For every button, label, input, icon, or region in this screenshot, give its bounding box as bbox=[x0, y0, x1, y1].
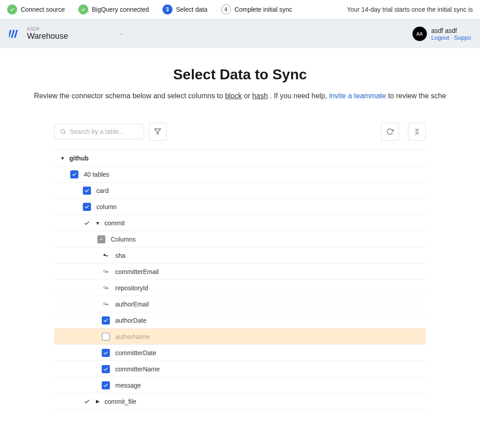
checkbox[interactable] bbox=[102, 316, 110, 325]
column-label: committerDate bbox=[115, 349, 156, 357]
foreign-key-icon bbox=[102, 285, 110, 291]
table-label: commit bbox=[104, 219, 125, 227]
columns-label: Columns bbox=[111, 236, 136, 243]
checkbox[interactable] bbox=[102, 333, 110, 341]
foreign-key-icon bbox=[102, 269, 110, 275]
user-block: AA asdf asdf Logout · Suppo bbox=[412, 27, 471, 41]
column-row-committeremail[interactable]: committerEmail bbox=[54, 264, 426, 280]
column-label: repositoryId bbox=[115, 284, 148, 292]
checkbox-indeterminate[interactable] bbox=[97, 235, 105, 243]
step-select-data: 3 Select data bbox=[163, 5, 208, 14]
collapse-icon bbox=[413, 128, 421, 135]
check-icon bbox=[7, 5, 17, 14]
step-label: BigQuery connected bbox=[92, 6, 149, 13]
collapse-button[interactable] bbox=[408, 123, 426, 141]
column-row-sha[interactable]: sha bbox=[54, 247, 426, 264]
support-link[interactable]: Suppo bbox=[454, 34, 471, 41]
checkbox[interactable] bbox=[83, 203, 91, 211]
tables-count-row[interactable]: 40 tables bbox=[54, 166, 426, 183]
tables-count-label: 40 tables bbox=[84, 171, 109, 178]
schema-tree: ▼ github 40 tables card column ▼ bbox=[54, 150, 426, 410]
column-row-authordate[interactable]: authorDate bbox=[54, 312, 426, 329]
step-complete-sync: 4 Complete initial sync bbox=[221, 5, 292, 14]
hash-term: hash bbox=[252, 92, 268, 100]
step-separator: · bbox=[157, 6, 159, 13]
svg-rect-1 bbox=[11, 30, 14, 38]
invite-teammate-link[interactable]: invite a teammate bbox=[329, 92, 386, 100]
toolbar bbox=[54, 123, 426, 150]
step-bigquery-connected: BigQuery connected bbox=[78, 5, 149, 14]
checkbox[interactable] bbox=[70, 170, 78, 178]
user-name: asdf asdf bbox=[431, 27, 471, 34]
table-row-commit[interactable]: ▼ commit bbox=[54, 215, 426, 231]
svg-point-3 bbox=[61, 129, 64, 133]
column-label: committerName bbox=[115, 366, 160, 373]
svg-point-8 bbox=[104, 270, 106, 272]
column-label: authorDate bbox=[115, 317, 146, 324]
trial-text: Your 14-day trial starts once the initia… bbox=[347, 6, 473, 13]
step-label: Complete initial sync bbox=[235, 6, 292, 13]
caret-down-icon[interactable]: ▼ bbox=[59, 155, 66, 161]
svg-marker-5 bbox=[154, 129, 160, 134]
progress-bar: Connect source · BigQuery connected · 3 … bbox=[0, 0, 480, 19]
checkbox[interactable] bbox=[102, 365, 110, 373]
schema-row[interactable]: ▼ github bbox=[54, 150, 426, 166]
step-label: Connect source bbox=[21, 6, 65, 13]
logo-icon bbox=[9, 27, 22, 40]
checkbox[interactable] bbox=[83, 187, 91, 195]
step-connect-source: Connect source bbox=[7, 5, 65, 14]
table-label: column bbox=[96, 203, 117, 210]
checkbox[interactable] bbox=[102, 381, 110, 389]
svg-point-10 bbox=[104, 302, 106, 305]
column-row-authoremail[interactable]: authorEmail bbox=[54, 296, 426, 312]
block-term: block bbox=[225, 92, 242, 100]
column-label: message bbox=[115, 382, 141, 389]
column-row-message[interactable]: message bbox=[54, 377, 426, 393]
checkmark-icon bbox=[83, 220, 91, 226]
column-row-repositoryid[interactable]: repositoryId bbox=[54, 280, 426, 296]
columns-header-row[interactable]: Columns bbox=[54, 231, 426, 247]
caret-right-icon[interactable]: ▶ bbox=[95, 398, 101, 404]
org-title: Warehouse bbox=[27, 32, 68, 41]
column-label: authorEmail bbox=[115, 301, 149, 308]
step-separator: · bbox=[216, 6, 217, 13]
refresh-icon bbox=[386, 128, 394, 135]
table-label: commit_file bbox=[104, 398, 136, 405]
checkbox[interactable] bbox=[102, 349, 110, 357]
caret-down-icon[interactable]: ▼ bbox=[95, 220, 101, 226]
search-input-wrapper[interactable] bbox=[54, 124, 144, 139]
table-row-column[interactable]: column bbox=[54, 199, 426, 215]
svg-rect-2 bbox=[14, 30, 18, 38]
column-label: authorName bbox=[115, 333, 150, 340]
avatar[interactable]: AA bbox=[412, 27, 427, 41]
search-icon bbox=[60, 128, 66, 135]
header: ASDF Warehouse AA asdf asdf Logout · Sup… bbox=[0, 19, 480, 48]
filter-button[interactable] bbox=[149, 123, 167, 141]
workspace-selector[interactable]: ASDF Warehouse bbox=[9, 27, 124, 41]
schema-name: github bbox=[69, 155, 89, 162]
foreign-key-icon bbox=[102, 301, 110, 307]
column-row-authorname[interactable]: authorName bbox=[54, 329, 426, 345]
checkmark-icon bbox=[83, 398, 91, 405]
org-label: ASDF bbox=[27, 27, 68, 32]
refresh-button[interactable] bbox=[381, 123, 399, 141]
logout-link[interactable]: Logout bbox=[431, 34, 449, 41]
primary-key-icon bbox=[102, 252, 110, 259]
column-label: sha bbox=[115, 252, 126, 259]
svg-line-4 bbox=[64, 133, 66, 134]
check-icon bbox=[78, 5, 88, 14]
column-row-committername[interactable]: committerName bbox=[54, 361, 426, 377]
main: Select Data to Sync Review the connector… bbox=[0, 48, 480, 410]
step-label: Select data bbox=[176, 6, 208, 13]
table-row-card[interactable]: card bbox=[54, 183, 426, 199]
table-label: card bbox=[96, 187, 109, 194]
page-description: Review the connector schema below and se… bbox=[27, 92, 453, 100]
svg-rect-0 bbox=[9, 30, 12, 38]
column-row-committerdate[interactable]: committerDate bbox=[54, 345, 426, 361]
step-number-icon: 4 bbox=[221, 5, 231, 14]
filter-icon bbox=[154, 128, 161, 135]
search-input[interactable] bbox=[70, 128, 138, 135]
chevron-down-icon bbox=[118, 31, 124, 37]
table-row-commit-file[interactable]: ▶ commit_file bbox=[54, 393, 426, 410]
page-title: Select Data to Sync bbox=[27, 66, 453, 83]
